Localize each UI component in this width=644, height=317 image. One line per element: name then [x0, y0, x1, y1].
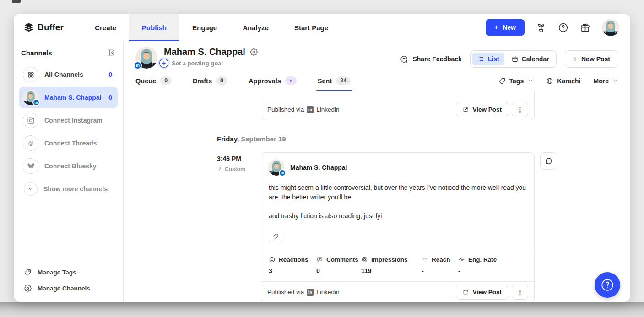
pulse-icon [458, 256, 465, 263]
svg-text:@: @ [28, 140, 33, 146]
nav-item-analyze[interactable]: Analyze [230, 14, 281, 41]
desktop-background [0, 302, 644, 317]
list-icon [477, 55, 485, 63]
share-feedback-button[interactable]: Share Feedback [400, 55, 461, 64]
chevron-down-icon [527, 78, 533, 84]
post-time-column: 3:46 PM Custom [217, 152, 261, 172]
brand-name: Buffer [38, 22, 64, 32]
external-link-icon [462, 289, 469, 296]
background-window-edge [12, 0, 21, 3]
collapse-sidebar-icon[interactable] [107, 48, 115, 57]
post-time: 3:46 PM [217, 155, 261, 162]
post-author-avatar: in [268, 159, 285, 176]
schedule-type: Custom [225, 166, 245, 172]
chevron-down-icon [612, 78, 618, 84]
new-button[interactable]: + New [486, 19, 525, 36]
channel-avatar: in [23, 90, 38, 105]
threads-icon: @ [23, 135, 38, 151]
sent-count-badge: 24 [336, 76, 351, 85]
sidebar-item-connect-bluesky[interactable]: Connect Bluesky [19, 156, 118, 177]
manage-channels-button[interactable]: Manage Channels [24, 281, 118, 296]
help-icon[interactable] [558, 22, 568, 33]
instagram-icon [23, 113, 38, 128]
user-avatar[interactable] [602, 19, 619, 36]
post-comment-button[interactable] [540, 152, 557, 170]
list-view-button[interactable]: List [472, 53, 504, 65]
plus-circle-icon: + [159, 59, 168, 68]
nav-item-engage[interactable]: Engage [179, 14, 230, 41]
growth-plant-icon[interactable] [536, 22, 547, 33]
post-text: this might seem a little controversial, … [261, 179, 534, 221]
linkedin-badge-icon: in [279, 169, 286, 177]
buffer-logo[interactable]: Buffer [24, 22, 64, 32]
set-posting-goal-link[interactable]: + Set a posting goal [159, 59, 258, 68]
plus-icon: + [573, 55, 577, 63]
channel-count: 0 [108, 71, 114, 78]
metric-reach: Reach - [422, 256, 458, 274]
page-title: Maham S. Chappal [164, 47, 245, 57]
manage-tags-button[interactable]: Manage Tags [24, 265, 118, 279]
linkedin-square-icon: in [307, 106, 314, 113]
nav-item-publish[interactable]: Publish [129, 14, 179, 41]
buffer-app-window: Buffer Create Publish Engage Analyze Sta… [14, 14, 630, 302]
chevron-down-icon [24, 182, 38, 196]
post-options-kebab-button[interactable]: ⋮ [512, 102, 528, 117]
tab-drafts[interactable]: Drafts 0 [193, 70, 227, 91]
nav-item-create[interactable]: Create [82, 14, 129, 41]
post-options-kebab-button[interactable]: ⋮ [512, 285, 528, 300]
metric-eng-rate: Eng. Rate - [458, 256, 497, 274]
tab-queue[interactable]: Queue 0 [135, 70, 172, 91]
channel-settings-gear-icon[interactable] [250, 48, 258, 56]
tab-approvals[interactable]: Approvals [249, 70, 297, 91]
plus-icon: + [494, 24, 498, 31]
drafts-count-badge: 0 [216, 76, 227, 85]
buffer-stack-icon [24, 22, 34, 32]
linkedin-badge-icon: in [32, 99, 40, 106]
metric-comments: Comments 0 [316, 256, 361, 274]
lightning-bolt-icon [285, 76, 297, 85]
target-icon [361, 256, 368, 263]
sidebar-item-connect-instagram[interactable]: Connect Instagram [19, 110, 118, 131]
tag-icon [24, 269, 32, 276]
external-link-icon [462, 107, 469, 113]
sidebar-item-show-more-channels[interactable]: Show more channels [19, 178, 118, 199]
top-navigation-bar: Buffer Create Publish Engage Analyze Sta… [14, 14, 630, 41]
sidebar-item-channel-maham[interactable]: in Maham S. Chappal 0 [19, 87, 118, 108]
timezone-selector[interactable]: Karachi [546, 77, 580, 85]
arrow-up-icon [422, 256, 428, 263]
channel-count: 0 [108, 94, 114, 101]
queue-count-badge: 0 [160, 76, 172, 85]
linkedin-square-icon: in [307, 289, 314, 296]
comment-icon [316, 256, 323, 263]
sidebar-item-connect-threads[interactable]: @ Connect Threads [19, 133, 118, 154]
channel-header: in Maham S. Chappal + Set a posting goal [124, 41, 630, 70]
sidebar-title: Channels [21, 49, 52, 57]
sidebar-item-all-channels[interactable]: All Channels 0 [19, 64, 118, 85]
gift-icon[interactable] [580, 22, 590, 33]
more-dropdown[interactable]: More [594, 77, 618, 85]
tab-sent[interactable]: Sent 24 [318, 70, 351, 91]
calendar-view-button[interactable]: Calendar [506, 53, 554, 65]
published-via-label: Published via in Linkedin [267, 106, 340, 113]
help-icon [600, 278, 615, 292]
gear-icon [24, 285, 32, 292]
help-fab-button[interactable] [595, 272, 620, 298]
post-metrics: Reactions 3 Comments 0 [261, 250, 534, 281]
add-tag-button[interactable] [269, 231, 282, 242]
new-post-button[interactable]: + New Post [565, 50, 618, 68]
tag-icon [272, 233, 279, 240]
metric-impressions: Impressions 119 [361, 256, 422, 274]
pin-icon [217, 167, 222, 172]
metric-reactions: Reactions 3 [269, 256, 316, 274]
speech-bubble-icon [545, 157, 553, 165]
smiley-icon [269, 256, 276, 263]
tags-filter-dropdown[interactable]: Tags [498, 77, 534, 85]
view-post-button[interactable]: View Post [456, 285, 508, 300]
calendar-icon [511, 55, 519, 63]
publish-tabs: Queue 0 Drafts 0 Approvals Sent 24 [124, 70, 630, 91]
channels-sidebar: Channels All Channels 0 in Maham S. Chap… [14, 41, 124, 302]
view-post-button[interactable]: View Post [456, 102, 508, 117]
nav-item-start-page[interactable]: Start Page [281, 14, 341, 41]
sent-posts-list[interactable]: Published via in Linkedin View Post ⋮ [124, 91, 630, 302]
channel-avatar-large: in [135, 47, 157, 69]
